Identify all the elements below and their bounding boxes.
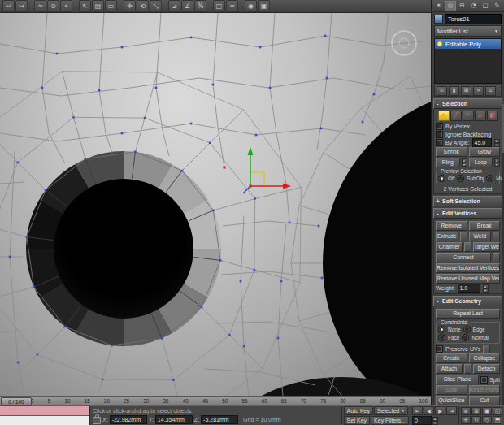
- mini-listener-macro-row[interactable]: [0, 406, 89, 416]
- quickslice-button[interactable]: QuickSlice: [436, 396, 467, 405]
- loop-spinner[interactable]: [494, 158, 500, 167]
- key-filters-button[interactable]: Key Filters...: [371, 416, 409, 425]
- remove-button[interactable]: Remove: [436, 221, 467, 231]
- element-icon[interactable]: ◧: [487, 111, 498, 121]
- slice-button[interactable]: Slice: [436, 385, 467, 395]
- go-to-start-icon[interactable]: ⇤: [412, 406, 423, 415]
- border-icon[interactable]: ◠: [463, 111, 474, 121]
- perspective-viewport[interactable]: [0, 13, 431, 396]
- detach-button[interactable]: Detach: [473, 364, 500, 374]
- preview-off-radio[interactable]: [438, 175, 445, 182]
- break-button[interactable]: Break: [469, 221, 501, 231]
- render-setup-icon[interactable]: ▣: [258, 0, 270, 12]
- soft-selection-rollout-header[interactable]: + Soft Selection: [433, 196, 502, 206]
- edit-vertices-rollout-header[interactable]: - Edit Vertices: [433, 208, 502, 219]
- repeat-last-button[interactable]: Repeat Last: [436, 309, 500, 319]
- connect-settings-button[interactable]: [493, 253, 500, 262]
- hierarchy-tab[interactable]: ⊟: [457, 1, 467, 11]
- undo-icon[interactable]: ↩: [2, 0, 15, 12]
- field-of-view-icon[interactable]: ◇: [482, 416, 492, 424]
- remove-isolated-vertices-button[interactable]: Remove Isolated Vertices: [436, 263, 500, 273]
- constraint-none-radio[interactable]: [438, 326, 445, 333]
- by-vertex-checkbox[interactable]: By Vertex: [436, 123, 500, 130]
- mini-listener-script-row[interactable]: [0, 416, 89, 425]
- constraint-face-radio[interactable]: [438, 334, 445, 341]
- remove-modifier-icon[interactable]: ×: [473, 86, 484, 96]
- frame-spinner[interactable]: [432, 417, 438, 425]
- angle-snap-icon[interactable]: ∠: [181, 0, 193, 12]
- configure-modifier-sets-icon[interactable]: ≡: [485, 86, 496, 96]
- vertex-icon[interactable]: ∴: [438, 111, 450, 121]
- timeline-ruler[interactable]: 0 5 10 15 20 25 30 35 40 45 50 55 60 65 …: [31, 397, 428, 405]
- spinner[interactable]: [494, 139, 500, 147]
- mirror-icon[interactable]: ◫: [213, 0, 225, 12]
- collapse-button[interactable]: Collapse: [469, 353, 501, 363]
- by-angle-value-field[interactable]: 45.0: [472, 138, 492, 147]
- bind-to-space-warp-icon[interactable]: ⌖: [60, 0, 72, 12]
- lightbulb-icon[interactable]: [437, 41, 443, 47]
- connect-button[interactable]: Connect: [436, 253, 491, 262]
- modifier-list-dropdown[interactable]: Modifier List ▼: [434, 25, 502, 37]
- by-angle-checkbox[interactable]: By Angle: 45.0: [436, 139, 500, 146]
- preview-subobj-radio[interactable]: [457, 175, 464, 182]
- transform-x-field[interactable]: -22.982mm: [110, 415, 147, 424]
- modifier-stack[interactable]: Editable Poly: [434, 38, 502, 84]
- target-weld-button[interactable]: Target Weld: [473, 242, 500, 252]
- loop-button[interactable]: Loop: [469, 158, 493, 167]
- go-to-end-icon[interactable]: ⇥: [446, 406, 457, 415]
- motion-tab[interactable]: ◔: [468, 1, 479, 11]
- auto-key-button[interactable]: Auto Key: [344, 406, 373, 415]
- zoom-all-icon[interactable]: ⊞: [471, 407, 481, 415]
- zoom-icon[interactable]: ⊕: [461, 407, 471, 415]
- redo-icon[interactable]: ↪: [15, 0, 28, 12]
- ring-button[interactable]: Ring: [436, 158, 460, 167]
- chamfer-button[interactable]: Chamfer: [436, 242, 463, 252]
- remove-unused-map-verts-button[interactable]: Remove Unused Map Verts: [436, 274, 500, 284]
- constraint-edge-radio[interactable]: [463, 326, 471, 333]
- shrink-button[interactable]: Shrink: [436, 147, 467, 157]
- weld-button[interactable]: Weld: [469, 232, 492, 241]
- create-tab[interactable]: ✶: [433, 1, 444, 11]
- ignore-backfacing-checkbox[interactable]: Ignore Backfacing: [436, 131, 500, 138]
- extrude-settings-button[interactable]: [460, 232, 467, 241]
- time-slider-bar[interactable]: 0 5 10 15 20 25 30 35 40 45 50 55 60 65 …: [0, 396, 431, 405]
- play-icon[interactable]: ▶: [435, 406, 445, 415]
- set-key-button[interactable]: Set Key: [344, 416, 371, 425]
- slice-plane-button[interactable]: Slice Plane: [436, 375, 479, 384]
- create-button[interactable]: Create: [436, 353, 467, 363]
- select-and-move-icon[interactable]: ✛: [124, 0, 136, 12]
- utilities-tab[interactable]: ✎: [492, 1, 502, 11]
- maximize-viewport-icon[interactable]: ⬒: [493, 416, 502, 424]
- extrude-button[interactable]: Extrude: [436, 232, 458, 241]
- select-and-link-icon[interactable]: ∞: [34, 0, 46, 12]
- display-tab[interactable]: ▢: [480, 1, 490, 11]
- make-unique-icon[interactable]: ⊞: [461, 86, 471, 96]
- checkbox[interactable]: [436, 139, 443, 146]
- selection-region-icon[interactable]: ▭: [105, 0, 117, 12]
- preserve-uvs-checkbox[interactable]: Preserve UVs: [436, 345, 500, 353]
- checkbox[interactable]: [436, 123, 443, 130]
- transform-y-field[interactable]: 14.354mm: [155, 415, 193, 424]
- align-icon[interactable]: ≡: [226, 0, 238, 12]
- split-checkbox[interactable]: [480, 376, 488, 384]
- cut-button[interactable]: Cut: [469, 396, 501, 405]
- polygon-icon[interactable]: ▱: [475, 111, 486, 121]
- percent-snap-icon[interactable]: %: [194, 0, 206, 12]
- material-editor-icon[interactable]: ◉: [245, 0, 257, 12]
- unlink-selection-icon[interactable]: ⊘: [47, 0, 59, 12]
- selection-set-dropdown[interactable]: Selected ▼: [374, 406, 408, 415]
- attach-button[interactable]: Attach: [436, 364, 463, 374]
- edit-geometry-rollout-header[interactable]: - Edit Geometry: [433, 296, 502, 306]
- orbit-icon[interactable]: ↻: [471, 416, 481, 424]
- checkbox[interactable]: [436, 345, 443, 353]
- snap-toggle-icon[interactable]: ⊿: [168, 0, 180, 12]
- weight-spinner[interactable]: [483, 284, 489, 293]
- stack-item-editable-poly[interactable]: Editable Poly: [435, 39, 501, 49]
- transform-z-field[interactable]: -5.281mm: [201, 415, 238, 424]
- select-by-name-icon[interactable]: ▤: [92, 0, 104, 12]
- attach-settings-button[interactable]: [464, 364, 471, 374]
- edge-icon[interactable]: ╱: [450, 111, 462, 121]
- preview-multi-radio[interactable]: [486, 175, 493, 182]
- zoom-extents-icon[interactable]: ▣: [482, 407, 492, 415]
- selection-rollout-header[interactable]: - Selection: [433, 98, 502, 109]
